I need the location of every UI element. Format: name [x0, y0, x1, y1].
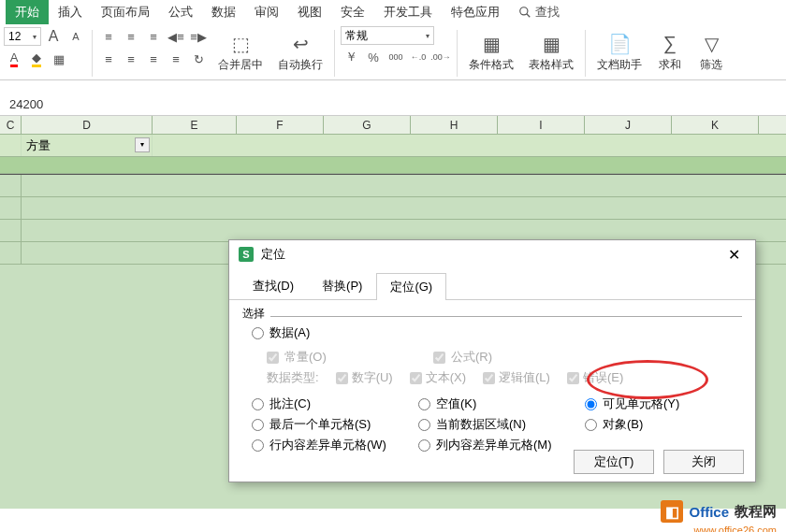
indent-dec-icon[interactable]: ◀≡: [166, 26, 186, 47]
border-icon[interactable]: ▦: [49, 49, 69, 69]
col-header-k[interactable]: K: [672, 116, 759, 134]
option-row-diff[interactable]: 行内容差异单元格(W): [252, 437, 409, 453]
radio-last[interactable]: [252, 419, 264, 431]
table-row[interactable]: [0, 197, 786, 220]
formula-bar[interactable]: 24200: [0, 93, 786, 116]
goto-button[interactable]: 定位(T): [574, 450, 654, 474]
checkbox-error: [567, 372, 579, 384]
col-header-j[interactable]: J: [585, 116, 672, 134]
currency-icon[interactable]: ￥: [341, 47, 361, 67]
radio-current-region[interactable]: [418, 419, 430, 431]
table-style-label: 表格样式: [529, 57, 574, 73]
chevron-down-icon: ▾: [426, 32, 429, 40]
close-button[interactable]: 关闭: [663, 450, 744, 474]
col-header-g[interactable]: G: [324, 116, 411, 134]
chevron-down-icon: ▾: [33, 33, 36, 41]
align-center-icon[interactable]: ≡: [121, 49, 141, 69]
increase-font-icon[interactable]: A: [43, 26, 64, 47]
option-data[interactable]: 数据(A): [252, 324, 742, 341]
data-type-label: 数据类型:: [267, 369, 319, 386]
align-bottom-icon[interactable]: ≡: [143, 26, 164, 47]
option-blank[interactable]: 空值(K): [418, 395, 575, 412]
doc-helper-button[interactable]: 📄 文档助手: [591, 26, 648, 77]
indent-inc-icon[interactable]: ≡▶: [188, 26, 209, 47]
radio-row-diff[interactable]: [252, 439, 264, 452]
option-comment[interactable]: 批注(C): [252, 395, 409, 412]
radio-comment[interactable]: [252, 398, 264, 410]
tab-data[interactable]: 数据: [202, 0, 245, 24]
wrap-icon: ↩: [287, 31, 313, 57]
merge-center-button[interactable]: ⬚ 合并居中: [212, 26, 269, 77]
filter-label: 方量: [22, 135, 152, 157]
radio-col-diff[interactable]: [418, 439, 430, 452]
checkbox-formula: [433, 352, 445, 364]
percent-icon[interactable]: %: [363, 47, 384, 67]
table-style-button[interactable]: ▦ 表格样式: [523, 26, 579, 77]
radio-object[interactable]: [585, 419, 597, 431]
orientation-icon[interactable]: ↻: [188, 49, 209, 69]
decrease-font-icon[interactable]: A: [66, 26, 86, 47]
tab-developer[interactable]: 开发工具: [374, 0, 442, 24]
align-right-icon[interactable]: ≡: [143, 49, 164, 69]
filter-button[interactable]: ▽ 筛选: [692, 26, 730, 77]
option-col-diff[interactable]: 列内容差异单元格(M): [418, 437, 575, 453]
ribbon: 12▾ A A A ◆ ▦ ≡ ≡ ≡ ◀≡ ≡▶ ≡ ≡ ≡ ≡ ↻ ⬚ 合并…: [0, 24, 786, 80]
tab-start[interactable]: 开始: [6, 0, 49, 24]
comma-icon[interactable]: 000: [386, 47, 406, 67]
tab-layout[interactable]: 页面布局: [92, 0, 159, 24]
increase-decimal-icon[interactable]: ←.0: [408, 47, 429, 67]
align-top-icon[interactable]: ≡: [98, 26, 119, 47]
col-header-d[interactable]: D: [22, 116, 153, 134]
checkbox-logical: [483, 372, 495, 384]
col-header-h[interactable]: H: [411, 116, 498, 134]
col-header-i[interactable]: I: [498, 116, 585, 134]
radio-blank[interactable]: [418, 398, 430, 410]
tab-formula[interactable]: 公式: [159, 0, 202, 24]
search-icon: [518, 6, 531, 19]
option-current-region[interactable]: 当前数据区域(N): [418, 416, 575, 433]
tab-replace[interactable]: 替换(P): [308, 272, 376, 299]
tab-special[interactable]: 特色应用: [442, 0, 509, 24]
tab-security[interactable]: 安全: [331, 0, 374, 24]
formula-value: 24200: [9, 97, 43, 111]
option-object[interactable]: 对象(B): [585, 416, 742, 433]
option-last[interactable]: 最后一个单元格(S): [252, 416, 409, 433]
col-header-f[interactable]: F: [237, 116, 324, 134]
filter-cell[interactable]: 方量 ▾: [22, 135, 153, 156]
decrease-decimal-icon[interactable]: .00→: [430, 47, 451, 67]
doc-helper-label: 文档助手: [597, 57, 642, 73]
dialog-footer: 定位(T) 关闭: [574, 450, 744, 474]
auto-wrap-button[interactable]: ↩ 自动换行: [272, 26, 328, 77]
font-size-select[interactable]: 12▾: [4, 27, 41, 46]
option-visible[interactable]: 可见单元格(Y): [585, 395, 742, 412]
checkbox-number: [336, 372, 348, 384]
table-row[interactable]: [0, 175, 786, 197]
distribute-icon[interactable]: ≡: [166, 49, 186, 69]
tab-goto[interactable]: 定位(G): [376, 273, 446, 300]
tab-insert[interactable]: 插入: [49, 0, 92, 24]
ribbon-tabs: 开始 插入 页面布局 公式 数据 审阅 视图 安全 开发工具 特色应用 查找: [0, 0, 786, 24]
cond-format-button[interactable]: ▦ 条件格式: [463, 26, 519, 77]
tab-view[interactable]: 视图: [288, 0, 331, 24]
sum-button[interactable]: ∑ 求和: [651, 26, 689, 77]
watermark-url: www.office26.com: [694, 525, 777, 532]
tab-find[interactable]: 查找(D): [239, 272, 308, 299]
selection[interactable]: [0, 157, 786, 174]
dialog-title: 定位: [261, 246, 722, 263]
close-icon[interactable]: ✕: [722, 246, 746, 264]
number-format-select[interactable]: 常规▾: [341, 26, 434, 45]
col-header-e[interactable]: E: [153, 116, 237, 134]
align-middle-icon[interactable]: ≡: [121, 26, 141, 47]
sigma-icon: ∑: [657, 31, 683, 57]
radio-data[interactable]: [252, 327, 264, 339]
filter-dropdown-icon[interactable]: ▾: [135, 137, 150, 152]
search-label: 查找: [535, 4, 560, 21]
fill-color-icon[interactable]: ◆: [26, 49, 47, 69]
radio-visible[interactable]: [585, 398, 597, 410]
align-left-icon[interactable]: ≡: [98, 49, 119, 69]
search-tab[interactable]: 查找: [509, 0, 569, 24]
font-color-icon[interactable]: A: [4, 49, 24, 69]
tab-review[interactable]: 审阅: [245, 0, 288, 24]
col-header-c[interactable]: C: [0, 116, 22, 134]
formula-label: 公式(R): [451, 349, 492, 366]
